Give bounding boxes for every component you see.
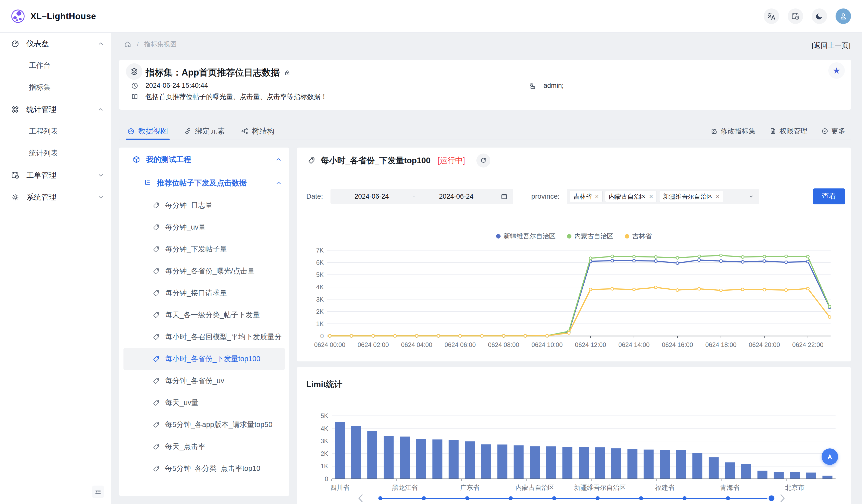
tree-project[interactable]: 我的测试工程 [119,148,289,172]
refresh-button[interactable] [476,154,491,168]
legend-item[interactable]: 吉林省 [625,232,652,240]
tree-metric-item[interactable]: 每分钟_下发帖子量 [123,238,285,260]
legend-dot [496,234,500,239]
chevron-up-icon[interactable] [275,179,282,187]
sidebar-subitem[interactable]: 指标集 [0,77,111,98]
tab-tree-structure[interactable]: 树结构 [241,123,274,140]
svg-text:3K: 3K [316,296,324,303]
user-avatar-icon[interactable] [836,9,851,24]
chart-legend[interactable]: 新疆维吾尔自治区 内蒙古自治区 吉林省 [297,232,851,240]
tree-metric-item[interactable]: 每天_点击率 [123,436,285,457]
pager-dot [422,496,426,500]
svg-text:新疆维吾尔自治区: 新疆维吾尔自治区 [574,484,626,491]
province-select[interactable]: 吉林省×内蒙古自治区×新疆维吾尔自治区× [567,189,759,204]
tree-metric-item[interactable]: 每小时_各省份_下发量top100 [123,348,285,370]
bar-chart[interactable]: 01K2K3K4K5K四川省黑龙江省广东省内蒙古自治区新疆维吾尔自治区福建省青海… [297,367,851,504]
tree-icon [241,128,248,135]
sidebar-subitem[interactable]: 工程列表 [0,120,111,142]
svg-text:福建省: 福建省 [655,484,675,491]
tree-group[interactable]: 推荐位帖子下发及点击数据 [119,172,289,195]
tree-metric-item[interactable]: 每小时_各召回模型_平均下发质量分 [123,326,285,348]
calendar-clock-icon[interactable] [788,9,803,24]
chevron-down-icon [97,172,105,179]
tab-bound-elements[interactable]: 绑定元素 [184,123,225,140]
dark-mode-moon-icon[interactable] [812,9,827,24]
action-label: 权限管理 [780,127,807,136]
tab-data-view[interactable]: 数据视图 [127,123,168,140]
svg-text:0624 12:00: 0624 12:00 [575,341,606,348]
sidebar-subitem[interactable]: 统计列表 [0,142,111,164]
scroll-top-button[interactable] [822,448,838,465]
svg-text:0624 18:00: 0624 18:00 [705,341,736,348]
metric-label: 每分钟_各省份_曝光/点击量 [165,266,254,276]
gear-icon [11,193,19,201]
lock-icon [284,69,291,76]
metric-label: 每分钟_接口请求量 [165,288,227,298]
pager-dot [552,496,556,500]
tree-metric-item[interactable]: 每分钟_各省份_曝光/点击量 [123,260,285,282]
close-icon[interactable]: × [716,193,720,200]
close-icon[interactable]: × [649,193,653,200]
calendar-icon [11,171,19,180]
star-icon: ★ [833,66,840,75]
line-chart[interactable]: 01K2K3K4K5K6K7K0624 00:000624 02:000624 … [297,240,851,357]
app-logo: XL–LightHouse [11,9,96,24]
favorite-star-button[interactable]: ★ [828,62,845,79]
tree-metric-item[interactable]: 每分钟_uv量 [123,216,285,238]
collapse-sidebar-icon[interactable] [92,486,104,498]
svg-text:0624 08:00: 0624 08:00 [488,341,519,348]
tag-icon [152,465,160,472]
pager-prev-icon [359,495,362,502]
sidebar-subitem[interactable]: 工作台 [0,55,111,77]
tree-metric-item[interactable]: 每5分钟_各分类_点击率top10 [123,457,285,480]
sidebar-item-1[interactable]: 统计管理 [0,98,111,120]
chevron-up-icon[interactable] [275,156,282,163]
svg-text:2K: 2K [321,450,328,457]
permission-management-button[interactable]: 权限管理 [769,127,807,136]
chevron-down-icon [97,194,105,201]
province-label: province: [531,193,560,200]
tab-label: 绑定元素 [195,126,225,136]
more-button[interactable]: 更多 [821,127,845,136]
province-tag[interactable]: 内蒙古自治区× [605,191,657,202]
status-badge: [运行中] [437,155,465,166]
svg-text:内蒙古自治区: 内蒙古自治区 [515,484,554,491]
tree-metric-item[interactable]: 每天_uv量 [123,392,285,414]
language-icon[interactable] [764,9,779,24]
legend-item[interactable]: 内蒙古自治区 [567,232,613,240]
date-end[interactable]: 2024-06-24 [439,193,473,200]
pager-dot [509,496,513,500]
description: 包括首页推荐位帖子的曝光量、点击量、点击率等指标数据！ [145,92,327,101]
metric-label: 每分钟_下发帖子量 [165,244,227,254]
edit-metric-set-button[interactable]: 修改指标集 [710,127,756,136]
tag-icon [152,224,160,231]
view-button[interactable]: 查看 [813,188,845,204]
sidebar-item-3[interactable]: 系统管理 [0,186,111,208]
gauge-icon [11,39,19,48]
metric-label: 每小时_各召回模型_平均下发质量分 [165,332,282,342]
legend-item[interactable]: 新疆维吾尔自治区 [496,232,556,240]
province-tag[interactable]: 吉林省× [570,191,603,202]
sidebar-item-2[interactable]: 工单管理 [0,164,111,186]
tag-icon [152,289,160,297]
sidebar-item-0[interactable]: 仪表盘 [0,32,111,55]
circle-chevron-down-icon [821,128,828,135]
tag-icon [152,311,160,319]
tree-metric-item[interactable]: 每分钟_接口请求量 [123,282,285,304]
back-link[interactable]: [返回上一页] [812,41,850,50]
tree-metric-item[interactable]: 每5分钟_各app版本_请求量top50 [123,414,285,436]
tree-metric-item[interactable]: 每分钟_各省份_uv [123,370,285,392]
chevron-down-icon[interactable] [748,193,755,200]
date-start[interactable]: 2024-06-24 [354,193,389,200]
close-icon[interactable]: × [595,193,599,200]
tree-metric-item[interactable]: 每天_各一级分类_帖子下发量 [123,304,285,326]
tree-group-label: 推荐位帖子下发及点击数据 [157,178,275,188]
tree-metric-item[interactable]: 每分钟_日志量 [123,195,285,216]
home-icon[interactable] [124,41,131,48]
svg-text:0: 0 [325,475,328,482]
chart-pagination[interactable] [297,492,851,504]
users-icon [529,82,536,90]
province-tag[interactable]: 新疆维吾尔自治区× [659,191,723,202]
calendar-icon [500,193,508,200]
date-range-input[interactable]: 2024-06-24 - 2024-06-24 [330,189,513,204]
